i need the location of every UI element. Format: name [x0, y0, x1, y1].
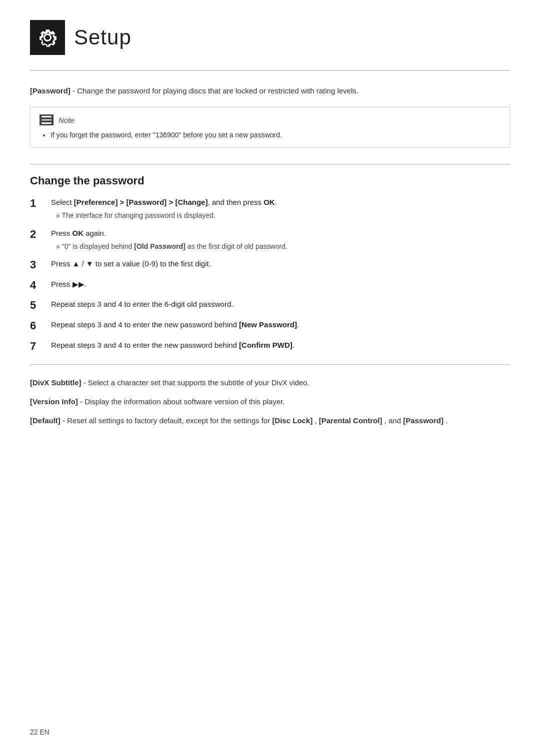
step-5-content: Repeat steps 3 and 4 to enter the 6-digi… [51, 298, 510, 310]
note-icon [40, 114, 54, 125]
password-bold-2: [Password] [403, 416, 444, 425]
step-3: 3 Press ▲ / ▼ to set a value (0-9) to th… [30, 258, 510, 272]
step-7-text: Repeat steps 3 and 4 to enter the new pa… [51, 341, 294, 349]
step-7-content: Repeat steps 3 and 4 to enter the new pa… [51, 339, 510, 351]
steps-list: 1 Select [Preference] > [Password] > [Ch… [30, 196, 510, 353]
page-footer: 22 EN [30, 728, 50, 736]
change-password-title: Change the password [30, 174, 510, 187]
step-3-content: Press ▲ / ▼ to set a value (0-9) to the … [51, 258, 510, 270]
step-2-ok: OK [72, 229, 84, 237]
step-2-content: Press OK again. "0" is displayed behind … [51, 227, 510, 252]
step-1: 1 Select [Preference] > [Password] > [Ch… [30, 196, 510, 221]
step-1-ok: OK [264, 198, 275, 206]
page-number: 22 [30, 728, 38, 736]
page-header: Setup [30, 20, 510, 55]
default-bold: [Default] [30, 416, 60, 425]
password-bold: [Password] [30, 86, 70, 95]
note-header: Note [40, 114, 500, 125]
parental-control-bold: [Parental Control] [319, 416, 382, 425]
header-divider [30, 70, 510, 71]
step-4-content: Press ▶▶. [51, 278, 510, 290]
section-divider-bottom [30, 364, 510, 365]
step-6-number: 6 [30, 319, 43, 333]
section-divider-top [30, 164, 510, 164]
step-6-content: Repeat steps 3 and 4 to enter the new pa… [51, 319, 510, 331]
note-icon-line-3 [42, 122, 52, 124]
note-content: If you forget the password, enter "13690… [40, 129, 500, 140]
note-box: Note If you forget the password, enter "… [30, 107, 510, 148]
step-5-text: Repeat steps 3 and 4 to enter the 6-digi… [51, 300, 233, 308]
disc-lock-bold: [Disc Lock] [272, 416, 312, 425]
step-7-bold: [Confirm PWD] [239, 341, 292, 349]
step-7-number: 7 [30, 339, 43, 354]
gear-icon [36, 26, 58, 48]
step-2-sub: "0" is displayed behind [Old Password] a… [51, 241, 510, 252]
step-2: 2 Press OK again. "0" is displayed behin… [30, 227, 510, 252]
step-1-sub: The interface for changing password is d… [51, 210, 510, 221]
default-text-3: , and [384, 416, 404, 425]
step-1-text: Select [Preference] > [Password] > [Chan… [51, 198, 277, 206]
step-3-number: 3 [30, 258, 43, 272]
version-info-bold: [Version Info] [30, 397, 78, 406]
setup-icon-box [30, 20, 65, 55]
note-item: If you forget the password, enter "13690… [50, 129, 500, 140]
step-4-text: Press ▶▶. [51, 280, 86, 288]
info-block-default: [Default] - Reset all settings to factor… [30, 415, 510, 427]
step-2-text: Press OK again. [51, 229, 106, 237]
password-text: - Change the password for playing discs … [70, 86, 358, 95]
step-6-text: Repeat steps 3 and 4 to enter the new pa… [51, 320, 299, 329]
default-text-2: , [314, 416, 318, 425]
step-2-number: 2 [30, 227, 43, 242]
default-text-4: . [446, 416, 448, 425]
step-6: 6 Repeat steps 3 and 4 to enter the new … [30, 319, 510, 333]
step-1-content: Select [Preference] > [Password] > [Chan… [51, 196, 510, 221]
divx-subtitle-bold: [DivX Subtitle] [30, 378, 82, 387]
info-blocks: [DivX Subtitle] - Select a character set… [30, 377, 510, 427]
step-7: 7 Repeat steps 3 and 4 to enter the new … [30, 339, 510, 354]
step-5: 5 Repeat steps 3 and 4 to enter the 6-di… [30, 298, 510, 313]
step-1-number: 1 [30, 196, 43, 211]
step-6-bold: [New Password] [239, 320, 297, 329]
info-block-divx: [DivX Subtitle] - Select a character set… [30, 377, 510, 389]
step-3-text: Press ▲ / ▼ to set a value (0-9) to the … [51, 259, 211, 268]
default-text: - Reset all settings to factory default,… [62, 416, 272, 425]
note-icon-line-2 [42, 119, 52, 121]
note-icon-line-1 [42, 116, 52, 117]
divx-subtitle-text: - Select a character set that supports t… [84, 378, 310, 387]
page-title: Setup [74, 25, 132, 49]
step-1-bold: [Preference] > [Password] > [Change] [74, 198, 208, 206]
note-label: Note [58, 116, 74, 124]
info-block-version: [Version Info] - Display the information… [30, 396, 510, 408]
step-4: 4 Press ▶▶. [30, 278, 510, 293]
step-5-number: 5 [30, 298, 43, 313]
page-lang-text: EN [40, 728, 49, 736]
step-2-bold: [Old Password] [134, 242, 186, 250]
password-intro: [Password] - Change the password for pla… [30, 85, 510, 97]
step-4-number: 4 [30, 278, 43, 293]
version-info-text: - Display the information about software… [80, 397, 284, 406]
